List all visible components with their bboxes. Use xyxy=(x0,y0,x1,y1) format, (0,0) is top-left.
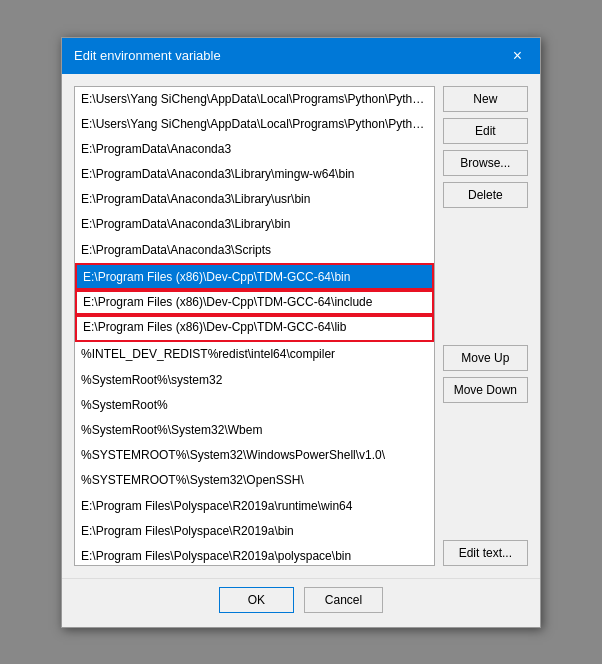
dialog-content: E:\Users\Yang SiCheng\AppData\Local\Prog… xyxy=(62,74,540,578)
edit-button[interactable]: Edit xyxy=(443,118,528,144)
list-item[interactable]: E:\Program Files\Polyspace\R2019a\runtim… xyxy=(75,494,434,519)
list-item[interactable]: E:\ProgramData\Anaconda3 xyxy=(75,137,434,162)
dialog-footer: OK Cancel xyxy=(62,578,540,627)
list-item[interactable]: E:\Program Files\Polyspace\R2019a\polysp… xyxy=(75,544,434,566)
list-item[interactable]: %SYSTEMROOT%\System32\WindowsPowerShell\… xyxy=(75,443,434,468)
list-item[interactable]: %INTEL_DEV_REDIST%redist\intel64\compile… xyxy=(75,342,434,367)
dialog-title: Edit environment variable xyxy=(74,48,221,63)
list-item[interactable]: E:\ProgramData\Anaconda3\Scripts xyxy=(75,238,434,263)
move-down-button[interactable]: Move Down xyxy=(443,377,528,403)
edit-env-variable-dialog: Edit environment variable × E:\Users\Yan… xyxy=(61,37,541,628)
move-up-button[interactable]: Move Up xyxy=(443,345,528,371)
list-item[interactable]: E:\Program Files (x86)\Dev-Cpp\TDM-GCC-6… xyxy=(75,263,434,290)
title-bar: Edit environment variable × xyxy=(62,38,540,74)
list-item[interactable]: E:\Users\Yang SiCheng\AppData\Local\Prog… xyxy=(75,112,434,137)
browse-button[interactable]: Browse... xyxy=(443,150,528,176)
list-item[interactable]: E:\Program Files (x86)\Dev-Cpp\TDM-GCC-6… xyxy=(75,290,434,315)
list-item[interactable]: %SystemRoot%\System32\Wbem xyxy=(75,418,434,443)
list-item[interactable]: E:\Program Files (x86)\Dev-Cpp\TDM-GCC-6… xyxy=(75,315,434,342)
env-variable-list[interactable]: E:\Users\Yang SiCheng\AppData\Local\Prog… xyxy=(74,86,435,566)
delete-button[interactable]: Delete xyxy=(443,182,528,208)
cancel-button[interactable]: Cancel xyxy=(304,587,383,613)
new-button[interactable]: New xyxy=(443,86,528,112)
ok-button[interactable]: OK xyxy=(219,587,294,613)
list-item[interactable]: E:\Program Files\Polyspace\R2019a\bin xyxy=(75,519,434,544)
list-item[interactable]: E:\ProgramData\Anaconda3\Library\usr\bin xyxy=(75,187,434,212)
close-button[interactable]: × xyxy=(507,46,528,66)
list-item[interactable]: %SystemRoot%\system32 xyxy=(75,368,434,393)
edit-text-button[interactable]: Edit text... xyxy=(443,540,528,566)
list-item[interactable]: %SYSTEMROOT%\System32\OpenSSH\ xyxy=(75,468,434,493)
list-item[interactable]: %SystemRoot% xyxy=(75,393,434,418)
list-item[interactable]: E:\Users\Yang SiCheng\AppData\Local\Prog… xyxy=(75,87,434,112)
list-item[interactable]: E:\ProgramData\Anaconda3\Library\bin xyxy=(75,212,434,237)
list-item[interactable]: E:\ProgramData\Anaconda3\Library\mingw-w… xyxy=(75,162,434,187)
action-buttons: New Edit Browse... Delete Move Up Move D… xyxy=(443,86,528,566)
